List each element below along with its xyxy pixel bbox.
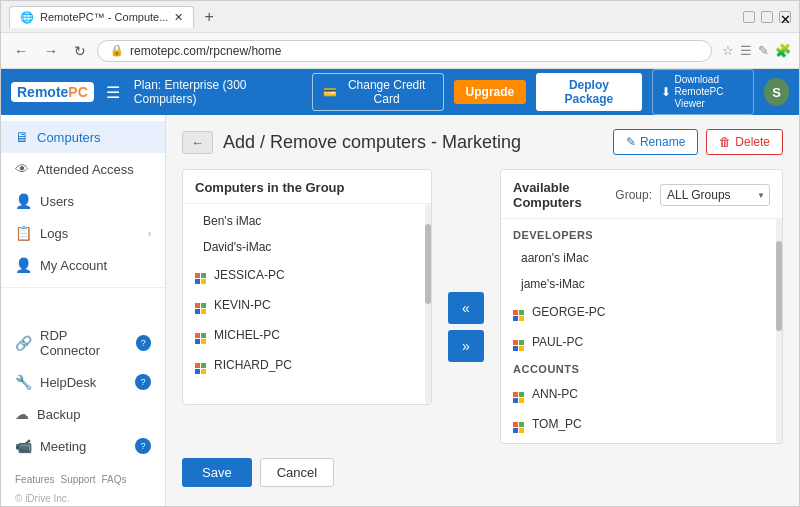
refresh-btn[interactable]: ↻ bbox=[69, 41, 91, 61]
sidebar-item-logs[interactable]: 📋 Logs › bbox=[1, 217, 165, 249]
windows-icon bbox=[513, 303, 524, 321]
copyright: © iDrive Inc. bbox=[1, 491, 165, 506]
section-header-accounts: ACCOUNTS bbox=[501, 357, 782, 379]
features-link[interactable]: Features bbox=[15, 474, 54, 485]
change-credit-card-btn[interactable]: 💳 Change Credit Card bbox=[312, 73, 444, 111]
list-item[interactable]: MICHEL-PC bbox=[183, 320, 431, 350]
page-back-btn[interactable]: ← bbox=[182, 131, 213, 154]
sidebar-item-attended-access[interactable]: 👁 Attended Access bbox=[1, 153, 165, 185]
delete-icon: 🗑 bbox=[719, 135, 731, 149]
browser-tab[interactable]: 🌐 RemotePC™ - Compute... ✕ bbox=[9, 6, 194, 28]
group-select-wrapper[interactable]: ALL Groups DEVELOPERS ACCOUNTS bbox=[660, 184, 770, 206]
groups-container: Computers in the Group Ben's iMac David'… bbox=[182, 169, 783, 444]
windows-icon bbox=[195, 266, 206, 284]
my-account-icon: 👤 bbox=[15, 257, 32, 273]
windows-icon bbox=[195, 326, 206, 344]
available-computers-header: Available Computers Group: ALL Groups DE… bbox=[501, 170, 782, 219]
computers-icon: 🖥 bbox=[15, 129, 29, 145]
upgrade-btn[interactable]: Upgrade bbox=[454, 80, 527, 104]
computer-name: aaron's iMac bbox=[521, 251, 589, 265]
rename-btn[interactable]: ✎ Rename bbox=[613, 129, 698, 155]
content-area: ← Add / Remove computers - Marketing ✎ R… bbox=[166, 115, 799, 506]
transfer-buttons: « » bbox=[444, 209, 488, 444]
meeting-icon: 📹 bbox=[15, 438, 32, 454]
sidebar-label-logs: Logs bbox=[40, 226, 68, 241]
attended-access-icon: 👁 bbox=[15, 161, 29, 177]
windows-icon bbox=[513, 385, 524, 403]
remove-from-group-btn[interactable]: » bbox=[448, 330, 484, 362]
minimize-btn[interactable] bbox=[743, 11, 755, 23]
computer-name: David's-iMac bbox=[203, 240, 271, 254]
cancel-btn[interactable]: Cancel bbox=[260, 458, 334, 487]
extensions-icon[interactable]: 🧩 bbox=[775, 43, 791, 58]
page-header: ← Add / Remove computers - Marketing ✎ R… bbox=[182, 129, 783, 155]
computer-name: MICHEL-PC bbox=[214, 328, 280, 342]
available-computers-list: DEVELOPERS aaron's iMac jame's-iMac bbox=[501, 219, 782, 443]
list-item[interactable]: RICHARD_PC bbox=[183, 350, 431, 380]
backup-icon: ☁ bbox=[15, 406, 29, 422]
sidebar-label-attended: Attended Access bbox=[37, 162, 134, 177]
sidebar: 🖥 Computers 👁 Attended Access 👤 Users 📋 … bbox=[1, 115, 166, 506]
bookmark-icon[interactable]: ☆ bbox=[722, 43, 734, 58]
sidebar-label-account: My Account bbox=[40, 258, 107, 273]
sidebar-item-helpdesk[interactable]: 🔧 HelpDesk ? bbox=[1, 366, 165, 398]
maximize-btn[interactable] bbox=[761, 11, 773, 23]
faqs-link[interactable]: FAQs bbox=[102, 474, 127, 485]
close-btn[interactable]: ✕ bbox=[779, 11, 791, 23]
support-link[interactable]: Support bbox=[60, 474, 95, 485]
sidebar-label-backup: Backup bbox=[37, 407, 80, 422]
add-to-group-btn[interactable]: « bbox=[448, 292, 484, 324]
sidebar-item-backup[interactable]: ☁ Backup bbox=[1, 398, 165, 430]
back-nav-btn[interactable]: ← bbox=[9, 41, 33, 61]
deploy-package-btn[interactable]: Deploy Package bbox=[536, 73, 641, 111]
computers-in-group-header: Computers in the Group bbox=[183, 170, 431, 204]
list-item[interactable]: jame's-iMac bbox=[501, 271, 782, 297]
save-btn[interactable]: Save bbox=[182, 458, 252, 487]
form-actions: Save Cancel bbox=[182, 458, 783, 487]
sidebar-item-users[interactable]: 👤 Users bbox=[1, 185, 165, 217]
helpdesk-icon: 🔧 bbox=[15, 374, 32, 390]
plan-text: Plan: Enterprise (300 Computers) bbox=[134, 78, 292, 106]
address-bar[interactable]: 🔒 remotepc.com/rpcnew/home bbox=[97, 40, 712, 62]
list-item[interactable]: Ben's iMac bbox=[183, 208, 431, 234]
computer-name: TOM_PC bbox=[532, 417, 582, 431]
logo-area: RemotePC bbox=[11, 82, 94, 102]
list-item[interactable]: GEORGE-PC bbox=[501, 297, 782, 327]
logo: RemotePC bbox=[11, 82, 94, 102]
hamburger-icon[interactable]: ☰ bbox=[106, 83, 120, 102]
menu-icon[interactable]: ☰ bbox=[740, 43, 752, 58]
logs-icon: 📋 bbox=[15, 225, 32, 241]
tab-close-btn[interactable]: ✕ bbox=[174, 11, 183, 24]
list-item[interactable]: aaron's iMac bbox=[501, 245, 782, 271]
list-item[interactable]: TOM_PC bbox=[501, 409, 782, 439]
edit-icon[interactable]: ✎ bbox=[758, 43, 769, 58]
section-header-developers: DEVELOPERS bbox=[501, 223, 782, 245]
computer-name: RICHARD_PC bbox=[214, 358, 292, 372]
computer-name: jame's-iMac bbox=[521, 277, 585, 291]
windows-icon bbox=[195, 296, 206, 314]
new-tab-btn[interactable]: + bbox=[198, 8, 219, 26]
delete-btn[interactable]: 🗑 Delete bbox=[706, 129, 783, 155]
computer-name: JESSICA-PC bbox=[214, 268, 285, 282]
list-item[interactable]: David's-iMac bbox=[183, 234, 431, 260]
list-item[interactable]: KEVIN-PC bbox=[183, 290, 431, 320]
sidebar-item-my-account[interactable]: 👤 My Account bbox=[1, 249, 165, 281]
computers-in-group-list: Ben's iMac David's-iMac bbox=[183, 204, 431, 404]
sidebar-item-rdp[interactable]: 🔗 RDP Connector ? bbox=[1, 320, 165, 366]
forward-nav-btn[interactable]: → bbox=[39, 41, 63, 61]
list-item[interactable]: ANN-PC bbox=[501, 379, 782, 409]
available-computers-panel: Available Computers Group: ALL Groups DE… bbox=[500, 169, 783, 444]
rdp-badge: ? bbox=[136, 335, 151, 351]
group-filter-label: Group: bbox=[615, 188, 652, 202]
download-viewer-btn[interactable]: ⬇ DownloadRemotePC Viewer bbox=[652, 69, 755, 115]
list-item[interactable]: JESSICA-PC bbox=[183, 260, 431, 290]
sidebar-item-computers[interactable]: 🖥 Computers bbox=[1, 121, 165, 153]
user-avatar[interactable]: S bbox=[764, 78, 789, 106]
sidebar-label-rdp: RDP Connector bbox=[40, 328, 128, 358]
sidebar-item-meeting[interactable]: 📹 Meeting ? bbox=[1, 430, 165, 462]
footer-links: Features Support FAQs bbox=[1, 468, 165, 491]
top-navbar: RemotePC ☰ Plan: Enterprise (300 Compute… bbox=[1, 69, 799, 115]
list-item[interactable]: PAUL-PC bbox=[501, 327, 782, 357]
group-select[interactable]: ALL Groups DEVELOPERS ACCOUNTS bbox=[660, 184, 770, 206]
windows-icon bbox=[513, 333, 524, 351]
